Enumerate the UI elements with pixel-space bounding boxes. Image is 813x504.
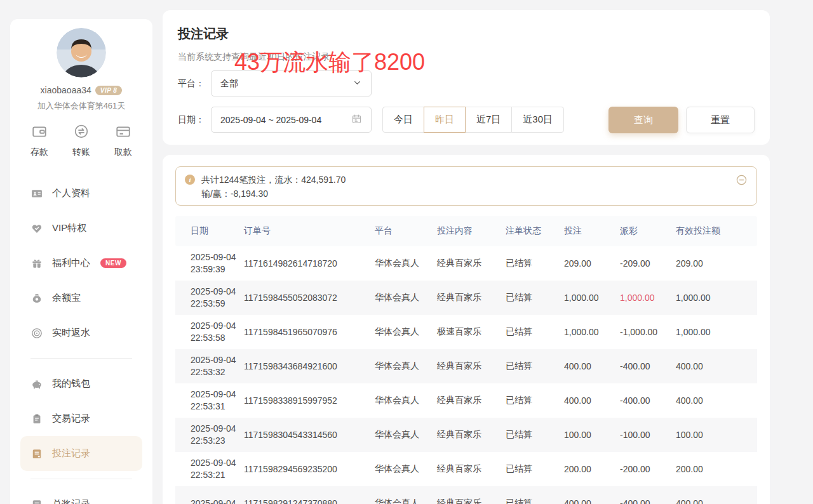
- platform-select-value: 全部: [220, 78, 353, 90]
- avatar[interactable]: [57, 28, 106, 77]
- cell-bet-amount: 400.00: [564, 395, 620, 406]
- column-header: 订单号: [244, 225, 375, 237]
- cell-order-number: 1171598343684921600: [244, 361, 375, 371]
- table-row: 2025-09-0422:53:581171598451965070976华体会…: [175, 315, 757, 349]
- cell-bet-content: 经典百家乐: [437, 463, 506, 475]
- id-card-icon: [30, 187, 43, 200]
- cell-date: 2025-09-0422:53:31: [175, 388, 244, 413]
- rebate-icon: [30, 327, 43, 340]
- new-badge: NEW: [100, 258, 126, 268]
- cell-platform: 华体会真人: [375, 258, 437, 269]
- sidebar-item-welfare[interactable]: 福利中心NEW: [20, 246, 142, 281]
- gift-icon: [30, 257, 43, 270]
- reset-button[interactable]: 重置: [686, 107, 755, 133]
- cell-valid-amount: 400.00: [676, 395, 755, 406]
- quick-action-deposit[interactable]: 存款: [30, 123, 48, 158]
- cell-platform: 华体会真人: [375, 429, 437, 441]
- cell-bet-content: 极速百家乐: [437, 326, 506, 338]
- records-panel: i 共计1244笔投注，流水：424,591.70 输/赢：-8,194.30 …: [163, 155, 770, 504]
- quick-date-button-0[interactable]: 今日: [382, 107, 424, 133]
- wallet-icon: [31, 123, 48, 142]
- bank-card-icon: [115, 123, 131, 142]
- sidebar-item-label: 福利中心: [52, 257, 90, 269]
- table-row: 2025-09-0422:53:231171598304543314560华体会…: [175, 418, 757, 452]
- collapse-icon[interactable]: [736, 174, 748, 186]
- date-range-value: 2025-09-04 ~ 2025-09-04: [220, 115, 321, 125]
- column-header: 日期: [175, 225, 244, 237]
- summary-line-2: 输/赢：-8,194.30: [201, 187, 346, 201]
- bet-record-icon: [30, 448, 43, 460]
- cell-status: 已结算: [506, 498, 564, 504]
- cell-payout: -400.00: [620, 361, 676, 371]
- cell-date: 2025-09-0423:59:39: [175, 251, 244, 275]
- sidebar-item-prize-records[interactable]: 兑奖记录: [20, 487, 142, 504]
- sidebar-item-yuebao[interactable]: 余额宝: [20, 281, 142, 315]
- cell-valid-amount: 209.00: [676, 258, 755, 269]
- cell-bet-amount: 1,000.00: [564, 293, 620, 303]
- cell-payout: -400.00: [620, 395, 676, 406]
- date-label: 日期：: [178, 114, 211, 126]
- cell-date: 2025-09-0422:53:21: [175, 457, 244, 481]
- date-range-input[interactable]: 2025-09-04 ~ 2025-09-04: [211, 107, 372, 133]
- sidebar: xiaobaoaa34 VIP 8 加入华体会体育第461天 存款转账取款 个人…: [10, 19, 152, 504]
- column-header: 有效投注额: [676, 225, 755, 237]
- cell-bet-amount: 400.00: [564, 361, 620, 371]
- cell-bet-amount: 100.00: [564, 430, 620, 440]
- divider: [30, 358, 132, 359]
- page-title: 投注记录: [178, 25, 755, 43]
- cell-date: 2025-09-0422:53:23: [175, 423, 244, 447]
- summary-line-1: 共计1244笔投注，流水：424,591.70: [201, 173, 346, 187]
- cell-valid-amount: 200.00: [676, 464, 755, 474]
- calendar-icon: [351, 114, 362, 126]
- platform-label: 平台：: [178, 78, 211, 90]
- cell-bet-content: 经典百家乐: [437, 429, 506, 441]
- sidebar-item-label: 个人资料: [52, 187, 90, 199]
- money-bag-icon: [30, 292, 43, 305]
- sidebar-item-bet-records[interactable]: 投注记录: [20, 436, 142, 471]
- cell-platform: 华体会真人: [375, 395, 437, 406]
- cell-valid-amount: 400.00: [676, 361, 755, 371]
- cell-status: 已结算: [506, 292, 564, 303]
- cell-bet-content: 经典百家乐: [437, 292, 506, 303]
- cell-date: 2025-09-04: [175, 498, 244, 504]
- sidebar-item-label: 投注记录: [52, 448, 90, 460]
- cell-status: 已结算: [506, 326, 564, 338]
- column-header: 投注: [564, 225, 620, 237]
- cell-payout: 1,000.00: [620, 293, 676, 303]
- column-header: 投注内容: [437, 225, 506, 237]
- table-row: 2025-09-0423:59:391171614982614718720华体会…: [175, 246, 757, 281]
- cell-platform: 华体会真人: [375, 292, 437, 303]
- cell-date: 2025-09-0422:53:59: [175, 286, 244, 310]
- cell-status: 已结算: [506, 258, 564, 269]
- cell-valid-amount: 400.00: [676, 498, 755, 504]
- prize-record-icon: [30, 498, 43, 504]
- sidebar-item-rebate[interactable]: 实时返水: [20, 315, 142, 350]
- cell-order-number: 1171614982614718720: [244, 258, 375, 269]
- cell-bet-amount: 1,000.00: [564, 327, 620, 337]
- search-button[interactable]: 查询: [608, 107, 678, 133]
- quick-date-button-1[interactable]: 昨日: [424, 107, 466, 133]
- cell-order-number: 1171598291247370880: [244, 498, 375, 504]
- quick-date-button-3[interactable]: 近30日: [511, 107, 564, 133]
- cell-status: 已结算: [506, 429, 564, 441]
- sidebar-item-vip[interactable]: VIP特权: [20, 211, 142, 246]
- cell-platform: 华体会真人: [375, 498, 437, 504]
- sidebar-item-wallet[interactable]: 我的钱包: [20, 366, 142, 401]
- sidebar-item-transactions[interactable]: 交易记录: [20, 401, 142, 436]
- cell-valid-amount: 100.00: [676, 430, 755, 440]
- cell-payout: -100.00: [620, 430, 676, 440]
- chevron-down-icon: [353, 78, 362, 90]
- info-icon: i: [185, 175, 195, 185]
- bet-records-table: 日期订单号平台投注内容注单状态投注派彩有效投注额 2025-09-0423:59…: [175, 216, 757, 504]
- sidebar-item-label: VIP特权: [52, 222, 86, 234]
- cell-platform: 华体会真人: [375, 463, 437, 475]
- cell-bet-amount: 200.00: [564, 464, 620, 474]
- sidebar-item-label: 余额宝: [52, 292, 81, 304]
- cell-payout: -209.00: [620, 258, 676, 269]
- quick-date-button-2[interactable]: 近7日: [465, 107, 512, 133]
- table-row: 2025-09-041171598291247370880华体会真人经典百家乐已…: [175, 486, 757, 504]
- quick-action-transfer[interactable]: 转账: [72, 123, 90, 158]
- sidebar-item-profile[interactable]: 个人资料: [20, 176, 142, 211]
- quick-action-label: 取款: [114, 147, 132, 158]
- quick-action-withdraw[interactable]: 取款: [114, 123, 132, 158]
